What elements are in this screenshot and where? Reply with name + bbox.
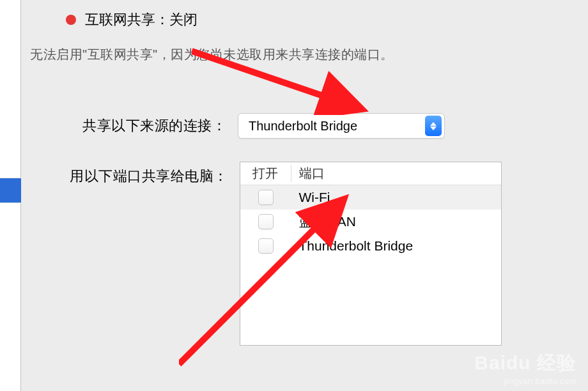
port-checkbox[interactable]	[258, 214, 274, 229]
port-checkbox[interactable]	[258, 190, 274, 205]
column-header-open[interactable]: 打开	[240, 165, 291, 182]
column-header-port[interactable]: 端口	[291, 165, 325, 182]
source-label: 共享以下来源的连接：	[82, 116, 226, 135]
ports-table: 打开 端口 Wi-Fi蓝牙 PANThunderbolt Bridge	[240, 162, 502, 346]
port-checkbox[interactable]	[258, 238, 274, 254]
source-selected-value: Thunderbolt Bridge	[249, 119, 425, 134]
cell-open	[240, 190, 291, 205]
table-row[interactable]: Thunderbolt Bridge	[240, 234, 501, 258]
cell-port-name: Wi-Fi	[291, 190, 330, 205]
status-title: 互联网共享：关闭	[85, 10, 197, 29]
ports-row: 用以下端口共享给电脑： 打开 端口 Wi-Fi蓝牙 PANThunderbolt…	[70, 162, 573, 346]
cell-open	[240, 214, 291, 229]
chevron-up-down-icon	[425, 116, 442, 136]
cell-open	[240, 238, 291, 254]
table-row[interactable]: 蓝牙 PAN	[240, 210, 501, 234]
status-row: 互联网共享：关闭	[66, 10, 573, 29]
ports-table-header: 打开 端口	[240, 162, 501, 185]
status-indicator-dot	[66, 15, 76, 25]
ports-table-body: Wi-Fi蓝牙 PANThunderbolt Bridge	[240, 185, 501, 345]
status-hint: 无法启用"互联网共享"，因为您尚未选取用来共享连接的端口。	[30, 46, 573, 63]
cell-port-name: Thunderbolt Bridge	[291, 238, 414, 254]
cell-port-name: 蓝牙 PAN	[291, 213, 356, 231]
content-pane: 互联网共享：关闭 无法启用"互联网共享"，因为您尚未选取用来共享连接的端口。 共…	[21, 0, 588, 391]
sidebar-selected-item[interactable]	[0, 178, 21, 203]
svg-marker-1	[430, 126, 437, 130]
svg-marker-0	[430, 122, 437, 126]
source-row: 共享以下来源的连接： Thunderbolt Bridge	[82, 113, 573, 139]
table-row[interactable]: Wi-Fi	[240, 185, 501, 210]
source-select[interactable]: Thunderbolt Bridge	[238, 113, 445, 139]
ports-label: 用以下端口共享给电脑：	[70, 162, 228, 186]
